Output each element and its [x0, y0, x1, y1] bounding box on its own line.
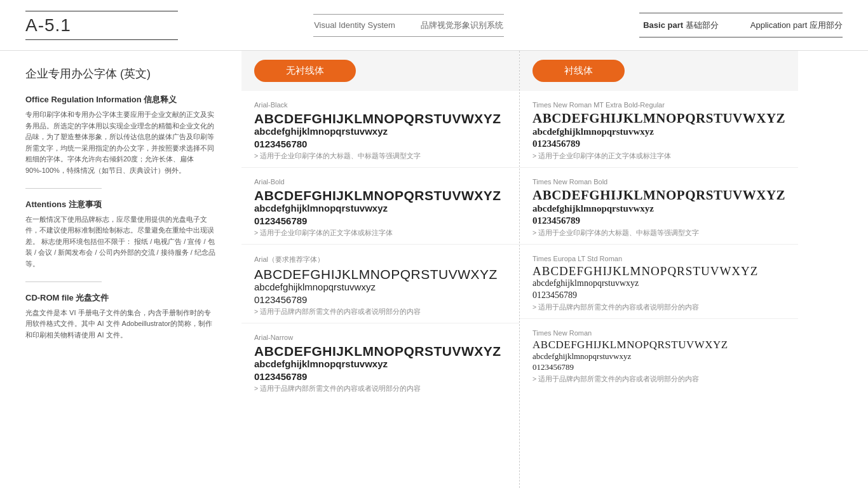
nav-separator: [731, 18, 738, 32]
section2-text: 在一般情况下使用品牌标志，应尽量使用提供的光盘电子文件，不建议使用标准制图绘制标…: [25, 214, 216, 270]
serif-column: 衬线体 Times New Roman MT Extra Bold-Regula…: [520, 51, 798, 488]
sidebar-section-attention: Attentions 注意事项 在一般情况下使用品牌标志，应尽量使用提供的光盘电…: [25, 199, 216, 270]
sidebar-title: 企业专用办公字体 (英文): [25, 66, 216, 81]
sidebar-section-info: Office Regulation Information 信息释义 专用印刷字…: [25, 94, 216, 177]
font-nums-times-regular: 0123456789: [532, 362, 785, 372]
header-nav: Basic part 基础部分 Application part 应用部分: [639, 13, 843, 37]
section2-title: Attentions 注意事项: [25, 199, 216, 210]
font-desc-arial-regular: 适用于品牌内部所需文件的内容或者说明部分的内容: [254, 308, 506, 316]
header-left: A-5.1: [25, 11, 178, 40]
font-name-arial-narrow: Arial-Narrow: [254, 334, 506, 341]
font-name-arial-bold: Arial-Bold: [254, 178, 506, 186]
font-desc-times-extrabold: 适用于企业印刷字体的正文字体或标注字体: [532, 152, 785, 161]
sans-serif-header: 无衬线体: [241, 51, 519, 91]
vi-system-titles: Visual Identity System 品牌视觉形象识别系统: [314, 20, 503, 31]
font-name-times-europa: Times Europa LT Std Roman: [532, 255, 785, 262]
font-entry-times-bold: Times New Roman Bold ABCDEFGHIJKLMNOPQRS…: [520, 169, 798, 245]
font-entry-times-extrabold: Times New Roman MT Extra Bold-Regular AB…: [520, 92, 798, 168]
font-entry-times-regular: Times New Roman ABCDEFGHIJKLMNOPQRSTUVWX…: [520, 320, 798, 390]
page-header: A-5.1 Visual Identity System 品牌视觉形象识别系统 …: [0, 0, 868, 51]
vi-system-zh: 品牌视觉形象识别系统: [421, 20, 503, 31]
nav-top-line: [639, 13, 843, 13]
sidebar-divider-2: [25, 281, 102, 282]
font-name-times-regular: Times New Roman: [532, 329, 785, 337]
header-center: Visual Identity System 品牌视觉形象识别系统: [313, 14, 504, 37]
section3-text: 光盘文件是本 VI 手册电子文件的集合，内含手册制作时的专用软件格式文件。其中 …: [25, 308, 216, 341]
font-lower-arial-bold: abcdefghijklmnopqrstuvwxyz: [254, 203, 506, 214]
nav-application[interactable]: Application part 应用部分: [750, 20, 843, 31]
font-name-times-bold: Times New Roman Bold: [532, 178, 785, 186]
font-lower-times-bold: abcdefghijklmnopqrstuvwxyz: [532, 203, 785, 214]
section1-title: Office Regulation Information 信息释义: [25, 94, 216, 105]
font-nums-times-extrabold: 0123456789: [532, 139, 785, 149]
font-entry-arial-black: Arial-Black ABCDEFGHIJKLMNOPQRSTUVWXYZ a…: [241, 92, 519, 168]
main-content: 企业专用办公字体 (英文) Office Regulation Informat…: [0, 51, 868, 488]
font-desc-times-regular: 适用于品牌内部所需文件的内容或者说明部分的内容: [532, 375, 785, 384]
font-lower-times-regular: abcdefghijklmnopqrstuvwxyz: [532, 351, 785, 362]
font-upper-arial-regular: ABCDEFGHIJKLMNOPQRSTUVWXYZ: [254, 267, 506, 281]
nav-bottom-line: [639, 37, 843, 37]
nav-basic[interactable]: Basic part 基础部分: [643, 20, 719, 31]
sidebar-divider-1: [25, 188, 102, 189]
serif-badge: 衬线体: [532, 60, 625, 82]
font-upper-arial-bold: ABCDEFGHIJKLMNOPQRSTUVWXYZ: [254, 188, 506, 203]
font-desc-arial-narrow: 适用于品牌内部所需文件的内容或者说明部分的内容: [254, 384, 506, 393]
font-lower-arial-regular: abcdefghijklmnopqrstuvwxyz: [254, 281, 506, 293]
font-lower-times-europa: abcdefghijklmnopqrstuvwxyz: [532, 278, 785, 289]
font-name-times-extrabold: Times New Roman MT Extra Bold-Regular: [532, 101, 785, 109]
header-center-top-line: [313, 14, 504, 15]
font-name-arial-regular: Arial（要求推荐字体）: [254, 255, 506, 264]
font-nums-arial-narrow: 0123456789: [254, 371, 506, 382]
font-nums-arial-bold: 0123456789: [254, 215, 506, 226]
font-content-grid: 无衬线体 Arial-Black ABCDEFGHIJKLMNOPQRSTUVW…: [241, 51, 798, 488]
nav-items-row: Basic part 基础部分 Application part 应用部分: [643, 18, 843, 32]
vi-system-en: Visual Identity System: [314, 20, 395, 30]
sans-serif-badge: 无衬线体: [254, 60, 356, 82]
font-upper-times-regular: ABCDEFGHIJKLMNOPQRSTUVWXYZ: [532, 339, 785, 351]
header-bottom-line: [25, 39, 178, 40]
header-top-line: [25, 11, 178, 11]
font-upper-times-bold: ABCDEFGHIJKLMNOPQRSTUVWXYZ: [532, 188, 785, 203]
header-center-bottom-line: [313, 36, 504, 37]
font-lower-arial-narrow: abcdefghijklmnopqrstuvwxyz: [254, 358, 506, 370]
font-nums-arial-regular: 0123456789: [254, 294, 506, 305]
font-nums-times-europa: 0123456789: [532, 290, 785, 301]
font-entry-times-europa: Times Europa LT Std Roman ABCDEFGHIJKLMN…: [520, 246, 798, 319]
sans-serif-column: 无衬线体 Arial-Black ABCDEFGHIJKLMNOPQRSTUVW…: [241, 51, 520, 488]
section3-title: CD-ROM file 光盘文件: [25, 292, 216, 304]
font-name-arial-black: Arial-Black: [254, 101, 506, 109]
font-desc-times-bold: 适用于企业印刷字体的大标题、中标题等强调型文字: [532, 229, 785, 238]
font-desc-times-europa: 适用于品牌内部所需文件的内容或者说明部分的内容: [532, 303, 785, 312]
section1-text: 专用印刷字体和专用办公字体主要应用于企业文献的正文及实务用品。所选定的字体用以实…: [25, 109, 216, 177]
font-upper-times-europa: ABCDEFGHIJKLMNOPQRSTUVWXYZ: [532, 265, 785, 278]
font-nums-arial-black: 0123456780: [254, 139, 506, 149]
font-lower-arial-black: abcdefghijklmnopqrstuvwxyz: [254, 126, 506, 137]
font-upper-times-extrabold: ABCDEFGHIJKLMNOPQRSTUVWXYZ: [532, 111, 785, 126]
font-desc-arial-black: 适用于企业印刷字体的大标题、中标题等强调型文字: [254, 152, 506, 161]
font-upper-arial-black: ABCDEFGHIJKLMNOPQRSTUVWXYZ: [254, 111, 506, 126]
font-nums-times-bold: 0123456789: [532, 215, 785, 226]
page-id: A-5.1: [25, 15, 178, 36]
font-desc-arial-bold: 适用于企业印刷字体的正文字体或标注字体: [254, 229, 506, 238]
sidebar: 企业专用办公字体 (英文) Office Regulation Informat…: [0, 51, 241, 488]
serif-header: 衬线体: [520, 51, 798, 91]
font-entry-arial-narrow: Arial-Narrow ABCDEFGHIJKLMNOPQRSTUVWXYZ …: [241, 325, 519, 400]
font-entry-arial-regular: Arial（要求推荐字体） ABCDEFGHIJKLMNOPQRSTUVWXYZ…: [241, 246, 519, 323]
font-lower-times-extrabold: abcdefghijklmnopqrstuvwxyz: [532, 126, 785, 137]
font-upper-arial-narrow: ABCDEFGHIJKLMNOPQRSTUVWXYZ: [254, 344, 506, 358]
sidebar-section-cdrom: CD-ROM file 光盘文件 光盘文件是本 VI 手册电子文件的集合，内含手…: [25, 292, 216, 341]
font-entry-arial-bold: Arial-Bold ABCDEFGHIJKLMNOPQRSTUVWXYZ ab…: [241, 169, 519, 245]
